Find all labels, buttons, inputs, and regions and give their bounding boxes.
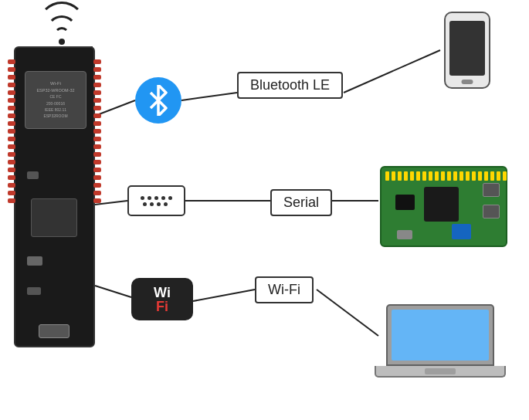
raspi-board <box>380 166 507 247</box>
gpio-pin <box>459 171 463 181</box>
phone-icon <box>444 12 490 89</box>
db9-pin <box>154 196 158 200</box>
pin <box>93 98 101 103</box>
gpio-pin <box>429 171 432 181</box>
raspi-soc-chip <box>424 187 459 222</box>
db9-pin <box>148 196 151 200</box>
pin <box>93 83 101 87</box>
laptop-touchpad <box>425 368 456 374</box>
pins-left <box>8 59 15 203</box>
pin <box>93 90 101 95</box>
pin <box>8 160 15 164</box>
esp32-board-body: Wi-FiESP32-WROOM-32CE FC200-00016IEEE 80… <box>14 46 95 347</box>
db9-pin <box>168 196 172 200</box>
gpio-pin <box>441 171 445 181</box>
svg-line-6 <box>95 286 131 297</box>
pin <box>8 75 15 80</box>
raspi-usb-port-2 <box>483 205 500 218</box>
pin <box>93 168 101 172</box>
gpio-pin <box>453 171 457 181</box>
pin <box>93 106 101 110</box>
pin <box>8 67 15 72</box>
wifi-badge-content: Wi Fi <box>154 286 171 313</box>
gpio-pin <box>478 171 482 181</box>
pin <box>93 137 101 141</box>
gpio-pin <box>490 171 494 181</box>
db9-pin <box>150 202 154 206</box>
raspi-usb-port-1 <box>483 183 500 197</box>
pin <box>8 144 15 149</box>
gpio-pin <box>422 171 426 181</box>
wifi-signal-icon <box>31 0 93 46</box>
wifi-badge-wi: Wi <box>154 286 171 300</box>
pin <box>93 175 101 180</box>
bluetooth-symbol <box>147 85 170 116</box>
pin <box>93 191 101 195</box>
bluetooth-label-text: Bluetooth LE <box>250 77 330 93</box>
laptop-display <box>392 310 489 361</box>
pin <box>8 183 15 188</box>
serial-port-icon <box>127 185 185 216</box>
db9-row1 <box>141 196 172 200</box>
raspi-gpio-header <box>385 171 507 181</box>
raspberry-pi <box>380 166 507 247</box>
wifi-label-box: Wi-Fi <box>255 276 314 303</box>
raspi-component <box>395 195 415 210</box>
wifi-badge-fi: Fi <box>154 300 171 313</box>
laptop-base <box>375 366 506 378</box>
bluetooth-icon <box>135 77 181 124</box>
raspi-ethernet <box>452 224 471 239</box>
board-component <box>27 256 42 266</box>
pin <box>8 98 15 103</box>
gpio-pin <box>410 171 414 181</box>
pin <box>8 191 15 195</box>
pin <box>93 75 101 80</box>
phone-screen <box>449 21 485 76</box>
pin <box>93 160 101 164</box>
serial-label-box: Serial <box>270 189 332 216</box>
wifi-badge: Wi Fi <box>131 278 193 320</box>
db9-pin <box>164 202 168 206</box>
esp32-module: Wi-FiESP32-WROOM-32CE FC200-00016IEEE 80… <box>25 71 86 129</box>
board-component <box>27 171 39 179</box>
pin <box>93 129 101 134</box>
diagram-container: Wi-FiESP32-WROOM-32CE FC200-00016IEEE 80… <box>0 0 529 420</box>
db9-pin <box>157 202 161 206</box>
pin <box>93 144 101 149</box>
pins-right <box>93 59 101 203</box>
gpio-pin <box>385 171 389 181</box>
gpio-pin <box>416 171 420 181</box>
gpio-pin <box>435 171 439 181</box>
pin <box>93 113 101 118</box>
svg-line-2 <box>344 50 440 93</box>
pin <box>8 106 15 110</box>
pin <box>93 152 101 157</box>
pin <box>8 175 15 180</box>
pin <box>93 183 101 188</box>
gpio-pin <box>447 171 451 181</box>
pin <box>8 168 15 172</box>
phone-body <box>444 12 490 89</box>
pin <box>8 83 15 87</box>
gpio-pin <box>466 171 470 181</box>
phone-home-button <box>462 80 473 84</box>
pin <box>8 121 15 126</box>
laptop-screen <box>386 304 494 366</box>
gpio-pin <box>398 171 402 181</box>
pin <box>93 59 101 64</box>
module-label: Wi-FiESP32-WROOM-32CE FC200-00016IEEE 80… <box>36 80 74 120</box>
svg-line-1 <box>181 93 237 100</box>
pin <box>8 59 15 64</box>
esp32-board: Wi-FiESP32-WROOM-32CE FC200-00016IEEE 80… <box>14 46 95 347</box>
pin <box>93 121 101 126</box>
bluetooth-label-box: Bluetooth LE <box>237 72 343 99</box>
gpio-pin <box>404 171 408 181</box>
db9-pin <box>143 202 147 206</box>
board-component <box>27 287 41 295</box>
db9-connector <box>141 196 172 206</box>
svg-line-7 <box>193 290 255 301</box>
pin <box>8 152 15 157</box>
wifi-label-text: Wi-Fi <box>268 282 300 297</box>
db9-pin <box>141 196 144 200</box>
laptop <box>375 304 506 397</box>
